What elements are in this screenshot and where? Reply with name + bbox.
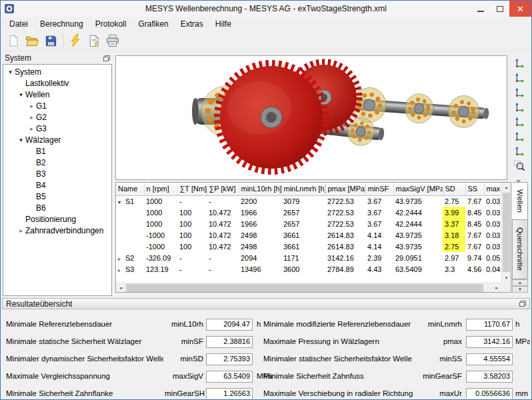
table-cell[interactable]: 3079 — [281, 195, 325, 207]
view-axis-1-icon[interactable] — [512, 57, 527, 70]
print-button[interactable] — [103, 31, 122, 50]
tree-item-b3[interactable]: B3 — [3, 168, 111, 179]
table-cell[interactable]: 1000 — [144, 218, 177, 229]
tree-item-system[interactable]: System — [3, 66, 111, 77]
table-cell[interactable]: 100 — [177, 207, 207, 218]
table-cell[interactable]: 10.472 — [207, 218, 239, 229]
table-cell[interactable]: 7.67 — [465, 229, 484, 241]
table-cell[interactable]: 1966 — [239, 207, 281, 218]
view-axis-5-icon[interactable] — [512, 115, 527, 129]
highlighted-cell[interactable]: 3.18 — [443, 229, 465, 241]
table-row-s2[interactable]: S2 -326.09 - - 2094 1171 3142.16 2.39 29… — [116, 252, 501, 263]
tree-item-zahnradverbindungen[interactable]: Zahnradverbindungen — [3, 225, 111, 236]
table-cell[interactable]: 42.2444 — [393, 207, 443, 218]
table-cell[interactable]: 0.03 — [484, 207, 501, 218]
table-cell[interactable] — [116, 229, 144, 241]
tree-item-b4[interactable]: B4 — [3, 179, 111, 191]
table-cell[interactable]: 2722.53 — [325, 195, 365, 207]
table-cell[interactable]: 2657 — [281, 218, 325, 229]
table-cell[interactable]: 3.3 — [443, 263, 465, 275]
view-axis-3-icon[interactable] — [512, 86, 527, 99]
table-cell[interactable]: 1966 — [239, 218, 281, 229]
table-cell[interactable]: S2 — [116, 252, 144, 263]
table-cell[interactable]: 7.67 — [465, 195, 484, 207]
table-cell[interactable]: -326.09 — [144, 252, 177, 263]
result-value-field[interactable]: 1.26563 — [206, 388, 253, 399]
table-cell[interactable]: 1171 — [281, 252, 325, 263]
table-cell[interactable]: 2498 — [239, 241, 281, 252]
table-cell[interactable]: 0.05 — [484, 252, 501, 263]
table-cell[interactable]: 7.67 — [465, 241, 484, 252]
column-header[interactable]: max — [484, 183, 501, 195]
tab-scroll-up-icon[interactable]: ▲ — [512, 279, 528, 286]
table-cell[interactable]: 4.14 — [365, 229, 393, 241]
table-cell[interactable]: 63.5409 — [393, 263, 443, 275]
table-cell[interactable]: 3.67 — [365, 218, 393, 229]
table-cell[interactable]: 3142.16 — [325, 252, 365, 263]
table-cell[interactable]: 0.04 — [484, 263, 501, 275]
result-value-field[interactable]: 2.75393 — [206, 353, 253, 365]
menu-extras[interactable]: Extras — [175, 18, 209, 30]
table-cell[interactable]: S1 — [116, 195, 144, 207]
minimize-button[interactable] — [471, 1, 490, 17]
result-value-field[interactable]: 2.38816 — [206, 336, 253, 348]
table-cell[interactable]: 42.2444 — [393, 218, 443, 229]
result-value-field[interactable]: 1170.67 — [466, 319, 513, 331]
view-axis-7-icon[interactable] — [512, 145, 527, 158]
float-panel-icon[interactable] — [519, 301, 526, 307]
result-value-field[interactable]: 2094.47 — [206, 319, 253, 331]
table-horizontal-scrollbar[interactable]: ◂ ▸ — [116, 283, 501, 292]
table-cell[interactable]: 10.472 — [207, 229, 239, 241]
table-cell[interactable]: 8.45 — [465, 218, 484, 229]
row-expander-icon[interactable] — [118, 199, 125, 205]
table-cell[interactable]: 100 — [177, 241, 207, 252]
table-cell[interactable]: 2094 — [239, 252, 281, 263]
table-cell[interactable]: 0.03 — [484, 241, 501, 252]
table-cell[interactable]: 3600 — [281, 263, 325, 275]
result-value-field[interactable]: 3142.16 — [466, 336, 513, 348]
tree-item-b6[interactable]: B6 — [3, 202, 111, 213]
table-cell[interactable]: 10.472 — [207, 207, 239, 218]
table-row-s3[interactable]: S3 123.19 - - 13496 3600 2784.89 4.43 63… — [116, 263, 501, 275]
table-cell[interactable]: 8.45 — [465, 207, 484, 218]
table-cell[interactable]: 13496 — [239, 263, 281, 275]
table-cell[interactable] — [116, 241, 144, 252]
table-cell[interactable]: 0.03 — [484, 195, 501, 207]
collapse-arrow-icon[interactable] — [27, 114, 36, 121]
tree-item-g1[interactable]: G1 — [3, 100, 111, 111]
highlighted-cell[interactable]: 3.37 — [443, 218, 465, 229]
row-expander-icon[interactable] — [118, 267, 125, 273]
table-cell[interactable]: -1000 — [144, 241, 177, 252]
highlighted-cell[interactable]: 3.99 — [443, 207, 465, 218]
zoom-fit-icon[interactable] — [512, 159, 527, 173]
menu-protokoll[interactable]: Protokoll — [89, 18, 133, 30]
open-file-button[interactable] — [23, 31, 41, 50]
expand-arrow-icon[interactable] — [6, 69, 15, 75]
column-header[interactable]: minL10rh [h] — [239, 183, 281, 195]
table-cell[interactable] — [116, 207, 144, 218]
table-cell[interactable]: 2.75 — [443, 195, 465, 207]
table-cell[interactable]: 2.39 — [365, 252, 393, 263]
table-cell[interactable]: 2614.83 — [325, 229, 365, 241]
table-cell[interactable]: 4.56 — [465, 263, 484, 275]
scroll-down-icon[interactable]: ▾ — [502, 273, 511, 283]
table-cell[interactable]: 43.9735 — [393, 195, 443, 207]
menu-grafiken[interactable]: Grafiken — [132, 18, 174, 30]
table-cell[interactable]: 100 — [177, 229, 207, 241]
view-axis-6-icon[interactable] — [512, 130, 527, 143]
table-cell[interactable]: 43.9735 — [393, 241, 443, 252]
table-cell[interactable]: 10.472 — [207, 241, 239, 252]
column-header[interactable]: n [rpm] — [144, 183, 177, 195]
table-cell[interactable]: 9.74 — [465, 252, 484, 263]
collapse-arrow-icon[interactable] — [17, 227, 25, 234]
table-cell[interactable]: 0.03 — [484, 218, 501, 229]
tree-item-g2[interactable]: G2 — [3, 111, 111, 123]
calculate-button[interactable] — [66, 31, 85, 50]
tree-item-b1[interactable]: B1 — [3, 145, 111, 157]
table-row[interactable]: -1000 100 10.472 2498 3661 2614.83 4.14 … — [116, 241, 501, 252]
table-cell[interactable]: 2498 — [239, 229, 281, 241]
collapse-arrow-icon[interactable] — [27, 103, 36, 109]
highlighted-cell[interactable]: 2.75 — [443, 241, 465, 252]
result-value-field[interactable]: 63.5409 — [206, 371, 253, 383]
table-cell[interactable]: 3.67 — [365, 195, 393, 207]
